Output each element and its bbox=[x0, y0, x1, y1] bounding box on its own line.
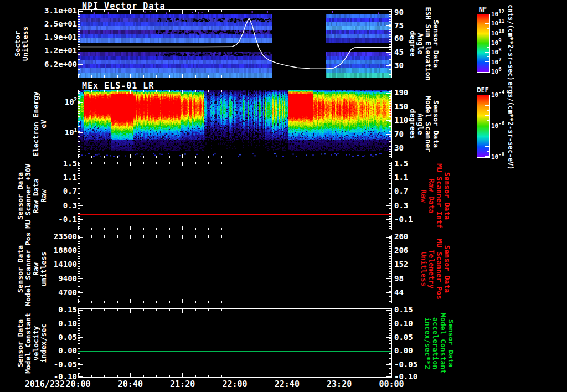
colorbar-tick bbox=[487, 19, 489, 19]
y-axis-title-left: Electron Energy eV bbox=[32, 91, 48, 156]
y-tick-label-right: 0.15 bbox=[394, 306, 413, 314]
y-tick-label-right: 1.5 bbox=[394, 159, 408, 168]
y-tick-label-left: 2.5e+01 bbox=[37, 20, 77, 28]
y-tick-label-right: 98 bbox=[394, 275, 404, 283]
y-axis-title-right: Sensor Data Model Constant acceleration … bbox=[424, 313, 455, 374]
colorbar-tick-label: 10-8 bbox=[491, 153, 504, 161]
mu-scanner-30v-plot-canvas bbox=[78, 162, 392, 230]
colorbar-name-nf: NF bbox=[472, 6, 494, 13]
y-axis-title-right: Sensor Data MU Scanner Pos Telemetry Uni… bbox=[420, 239, 451, 300]
x-tick-label: 00:00 bbox=[379, 379, 404, 389]
colorbar-tick bbox=[485, 14, 489, 14]
colorbar-tick bbox=[487, 120, 489, 121]
y-tick-label-right: 44 bbox=[394, 288, 404, 297]
colorbar-tick bbox=[487, 66, 489, 66]
y-tick-label-right: 206 bbox=[394, 246, 408, 255]
y-tick-label-right: 30 bbox=[394, 61, 404, 70]
y-axis-title-left: Sensor Data Model Scanner Pos Raw unitle… bbox=[17, 232, 48, 306]
colorbar-tick bbox=[485, 105, 489, 106]
colorbar-tick-label: 10-6 bbox=[491, 122, 504, 130]
y-tick-label-right: 0.7 bbox=[394, 187, 408, 195]
x-tick-label: 20:00 bbox=[65, 379, 90, 389]
y-tick-label-right: 60 bbox=[394, 34, 404, 43]
colorbar-tick-label: 109 bbox=[491, 39, 502, 47]
y-tick-label-right: 152 bbox=[394, 260, 408, 269]
colorbar-tick bbox=[487, 110, 489, 111]
colorbar-unit-label: cnts/(cm**2-sr-sec) bbox=[507, 4, 514, 80]
y-tick-label-right: 0.00 bbox=[394, 347, 413, 355]
npi-spectrogram-canvas bbox=[78, 9, 392, 78]
x-tick-label: 22:40 bbox=[275, 379, 300, 389]
model-constant-velocity-plot-canvas bbox=[78, 308, 392, 378]
colorbar-tick bbox=[485, 43, 489, 43]
colorbar-tick bbox=[487, 131, 489, 131]
colorbar-tick-label: 1010 bbox=[491, 30, 504, 37]
x-tick-label: 22:00 bbox=[222, 379, 247, 389]
model-scanner-pos-plot-canvas bbox=[78, 235, 392, 303]
y-axis-title-left: Sector Unitless bbox=[14, 27, 29, 61]
colorbar-tick bbox=[485, 52, 489, 53]
y-tick-label-right: 0.3 bbox=[394, 202, 408, 210]
y-tick-label-right: 75 bbox=[394, 22, 404, 30]
colorbar-tick bbox=[485, 23, 489, 24]
colorbar-tick-label: 1012 bbox=[491, 11, 504, 18]
colorbar-tick bbox=[485, 115, 489, 116]
y-tick-label-right: 30 bbox=[394, 144, 404, 152]
y-tick-label-right: 0.05 bbox=[394, 333, 413, 342]
science-plot-screen: NPI Vector Data MEx ELS-01 LR 2016/232 3… bbox=[0, 0, 567, 392]
colorbar-tick bbox=[485, 33, 489, 33]
colorbar-tick-label: 108 bbox=[491, 49, 502, 56]
y-tick-label-right: 70 bbox=[394, 130, 404, 138]
colorbar-tick bbox=[485, 136, 489, 136]
colorbar-unit-label: ergs/(cm**2-sr-sec-eV) bbox=[507, 82, 514, 170]
y-tick-label-left: 1.9e+01 bbox=[37, 33, 77, 42]
x-tick-label: 20:40 bbox=[118, 379, 143, 389]
colorbar-def bbox=[477, 95, 490, 158]
colorbar-tick bbox=[487, 38, 489, 38]
els-spectrogram-canvas bbox=[78, 90, 392, 158]
y-tick-label-right: 150 bbox=[394, 102, 408, 111]
y-tick-label-right: 90 bbox=[394, 8, 404, 17]
colorbar-tick bbox=[485, 61, 489, 62]
y-axis-title-left: Sensor Data MU Scanner +30V Raw Data Raw bbox=[17, 163, 48, 228]
colorbar-tick-label: 1011 bbox=[491, 20, 504, 27]
colorbar-tick bbox=[487, 56, 489, 57]
colorbar-name-def: DEF bbox=[472, 86, 494, 94]
y-tick-label-left: 3.1e+01 bbox=[37, 7, 77, 15]
colorbar-tick bbox=[485, 146, 489, 147]
colorbar-tick bbox=[487, 28, 489, 29]
x-tick-label: 23:20 bbox=[327, 379, 352, 389]
y-tick-label-left: 1.2e+01 bbox=[37, 47, 77, 55]
colorbar-tick-label: 106 bbox=[491, 68, 502, 75]
y-axis-title-right: Sensor Data MU Scanner Intf Raw Data Raw bbox=[420, 163, 451, 228]
colorbar-tick bbox=[487, 151, 489, 152]
colorbar-tick bbox=[487, 47, 489, 48]
y-tick-label-left: 6.2e+00 bbox=[37, 60, 77, 69]
colorbar-tick-label: 10-4 bbox=[491, 91, 504, 99]
colorbar-tick bbox=[485, 126, 489, 126]
y-tick-label-right: 190 bbox=[394, 89, 408, 97]
y-axis-title-right: Sensor Data ESH Sun Elevation Angle degr… bbox=[409, 7, 440, 80]
y-axis-title-left: Sensor Data Model Constant velocity inde… bbox=[17, 313, 48, 374]
colorbar-tick-label: 107 bbox=[491, 59, 502, 66]
y-axis-title-right: Sensor Data Model Scanner Angle degrees bbox=[409, 96, 440, 152]
colorbar-nf bbox=[477, 14, 490, 73]
y-tick-label-right: 0.10 bbox=[394, 319, 413, 328]
colorbar-tick bbox=[487, 141, 489, 141]
y-tick-label-right: 45 bbox=[394, 48, 404, 56]
x-tick-label: 21:20 bbox=[170, 379, 195, 389]
colorbar-tick bbox=[485, 156, 489, 157]
y-tick-label-right: -0.1 bbox=[394, 215, 413, 224]
colorbar-tick bbox=[487, 100, 489, 100]
y-tick-label-right: -0.05 bbox=[394, 360, 417, 369]
y-tick-label-right: 1.1 bbox=[394, 173, 408, 182]
y-tick-label-right: 110 bbox=[394, 116, 408, 125]
colorbar-tick bbox=[485, 95, 489, 95]
y-tick-label-right: 260 bbox=[394, 233, 408, 241]
colorbar-tick bbox=[485, 71, 489, 71]
